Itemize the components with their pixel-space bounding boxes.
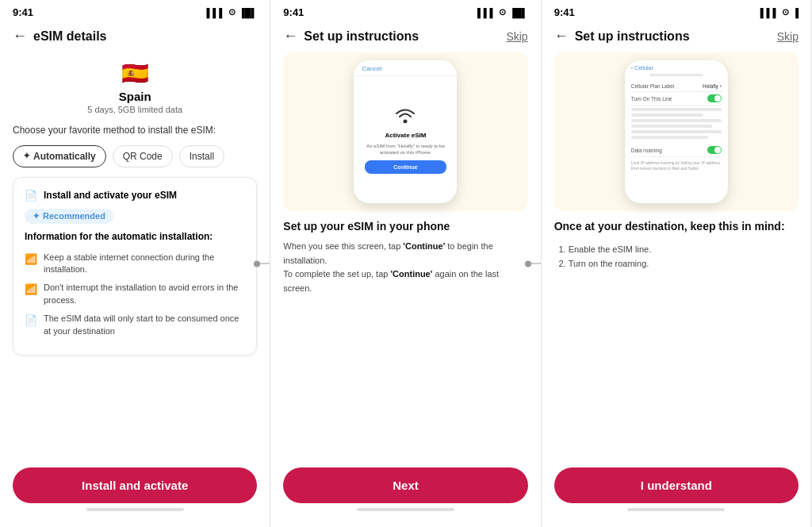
bottom-bar-1: Install and activate: [0, 460, 270, 527]
connector-line-2: [531, 264, 542, 264]
status-bar-2: 9:41 ▌▌▌ ⊙ ▐█▌: [270, 0, 540, 21]
card-header-icon: 📄: [25, 190, 37, 202]
instruction-item-2: Turn on the roaming.: [569, 257, 799, 271]
title-placeholder: [649, 74, 703, 76]
info-icon-3: 📄: [25, 314, 37, 328]
country-description: 5 days, 5GB limited data: [87, 105, 182, 114]
status-icons-3: ▌▌▌ ⊙ ▐: [760, 7, 799, 17]
tab-qrcode-label: QR Code: [123, 151, 163, 162]
understand-button[interactable]: I understand: [554, 467, 799, 503]
roaming-note: Limit IP address tracking by hiding your…: [631, 160, 722, 171]
bottom-bar-2: Next: [270, 460, 540, 527]
status-bar-3: 9:41 ▌▌▌ ⊙ ▐: [542, 0, 811, 21]
tab-install-label: Install: [190, 151, 214, 162]
mockup-body-2: Activate eSIM An eSIM from "Holafly" is …: [354, 76, 457, 203]
tab-install[interactable]: Install: [179, 145, 224, 167]
home-indicator-3: [627, 508, 725, 511]
wifi-icon-2: ⊙: [499, 7, 506, 17]
status-time-2: 9:41: [283, 6, 304, 18]
install-prompt: Choose your favorite method to install t…: [13, 124, 257, 137]
tab-automatically-label: Automatically: [33, 151, 96, 162]
country-name: Spain: [119, 90, 151, 103]
signal-icon-3: ▌▌▌: [760, 8, 779, 17]
info-item-2: 📶 Don't interrupt the installation to av…: [25, 282, 245, 306]
section-title-3: Once at your destination, keep this in m…: [554, 219, 799, 233]
back-button-2[interactable]: ←: [283, 28, 297, 44]
bottom-bar-3: I understand: [542, 460, 811, 527]
mockup-continue-button: Continue: [365, 160, 446, 174]
signal-icon-2: ▌▌▌: [477, 8, 496, 17]
badge-text: Recommended: [43, 211, 105, 221]
panel2-main: Cancel Activate eSIM An eSIM from "Holaf…: [270, 52, 540, 460]
nav-bar-2: ← Set up instructions Skip: [270, 21, 540, 52]
home-indicator-2: [357, 508, 454, 511]
cellular-label: Cellular Plan Label: [631, 83, 675, 89]
panel3-main: ‹ Cellular Cellular Plan Label Holafly ›…: [542, 52, 811, 460]
connector-dot-1: [254, 260, 260, 267]
mockup-title-2: Activate eSIM: [385, 132, 426, 139]
info-card-title: Information for the automatic installati…: [25, 230, 245, 244]
nav-title-3: Set up instructions: [575, 29, 771, 44]
info-item-3: 📄 The eSIM data will only start to be co…: [25, 313, 245, 337]
mockup-phone-3: ‹ Cellular Cellular Plan Label Holafly ›…: [625, 60, 728, 203]
mockup-cancel-label: Cancel: [362, 65, 381, 72]
info-card-header: 📄 Install and activate your eSIM: [25, 189, 245, 202]
cellular-back: ‹ Cellular: [631, 65, 722, 71]
info-icon-2: 📶: [25, 283, 37, 297]
toggle-on-icon: [707, 94, 722, 102]
card-header-text: Install and activate your eSIM: [44, 190, 177, 201]
section-title-2: Set up your eSIM in your phone: [283, 219, 527, 233]
info-card: 📄 Install and activate your eSIM ✦ Recom…: [13, 177, 257, 356]
placeholder-5: [631, 130, 722, 133]
mockup-bg-3: ‹ Cellular Cellular Plan Label Holafly ›…: [554, 52, 799, 211]
skip-link-2[interactable]: Skip: [506, 30, 527, 43]
panel-setup-instructions-2: 9:41 ▌▌▌ ⊙ ▐ ← Set up instructions Skip …: [542, 0, 812, 527]
toggle-roaming-icon: [707, 146, 722, 154]
turn-on-label: Turn On This Line: [631, 96, 672, 102]
connector-line-1: [260, 264, 270, 264]
strong-continue-2: 'Continue': [390, 269, 432, 279]
mockup-container-3: ‹ Cellular Cellular Plan Label Holafly ›…: [554, 52, 799, 211]
next-button[interactable]: Next: [283, 467, 527, 503]
info-icon-1: 📶: [25, 252, 37, 267]
back-button-1[interactable]: ←: [13, 28, 27, 44]
placeholder-2: [631, 113, 703, 117]
instructions-list: Enable the eSIM line. Turn on the roamin…: [557, 243, 799, 271]
status-time-1: 9:41: [13, 6, 33, 18]
info-item-1: 📶 Keep a stable internet connection duri…: [25, 252, 245, 276]
settings-row-label: Cellular Plan Label Holafly ›: [631, 81, 722, 92]
mockup-container-2: Cancel Activate eSIM An eSIM from "Holaf…: [283, 52, 527, 211]
settings-row-roaming: Data roaming: [631, 144, 722, 157]
back-button-3[interactable]: ←: [554, 28, 569, 44]
panel1-content: 🇪🇸 Spain 5 days, 5GB limited data Choose…: [0, 52, 270, 460]
mockup-bg-2: Cancel Activate eSIM An eSIM from "Holaf…: [283, 52, 527, 211]
badge-icon: ✦: [33, 211, 40, 221]
wifi-icon: ⊙: [228, 7, 236, 17]
placeholder-4: [631, 125, 713, 128]
auto-icon: ✦: [23, 151, 30, 161]
tab-qrcode[interactable]: QR Code: [113, 145, 173, 167]
status-icons-2: ▌▌▌ ⊙ ▐█▌: [477, 7, 528, 17]
skip-link-3[interactable]: Skip: [777, 30, 799, 43]
data-roaming-label: Data roaming: [631, 148, 662, 153]
mockup-subtitle-2: An eSIM from "Holafly" is ready to be ac…: [360, 144, 450, 156]
nav-bar-1: ← eSIM details: [0, 21, 270, 52]
country-section: 🇪🇸 Spain 5 days, 5GB limited data: [13, 60, 257, 114]
info-text-2: Don't interrupt the installation to avoi…: [44, 282, 245, 306]
placeholder-6: [631, 136, 708, 139]
battery-icon-2: ▐█▌: [509, 8, 527, 17]
install-activate-button[interactable]: Install and activate: [13, 467, 257, 503]
mockup-settings: ‹ Cellular Cellular Plan Label Holafly ›…: [625, 60, 728, 176]
connector-2: ▶: [525, 260, 542, 268]
strong-continue-1: 'Continue': [403, 241, 445, 251]
tab-automatically[interactable]: ✦ Automatically: [13, 145, 106, 167]
mockup-phone-2: Cancel Activate eSIM An eSIM from "Holaf…: [354, 60, 457, 203]
settings-row-toggle: Turn On This Line: [631, 92, 722, 106]
status-time-3: 9:41: [554, 6, 575, 18]
mockup-header-2: Cancel: [354, 60, 457, 76]
mockup-wifi-icon: [394, 106, 416, 127]
placeholder-3: [631, 119, 722, 122]
status-icons-1: ▌▌▌ ⊙ ▐█▌: [207, 7, 258, 17]
info-text-3: The eSIM data will only start to be cons…: [44, 313, 245, 337]
nav-bar-3: ← Set up instructions Skip: [542, 21, 811, 52]
